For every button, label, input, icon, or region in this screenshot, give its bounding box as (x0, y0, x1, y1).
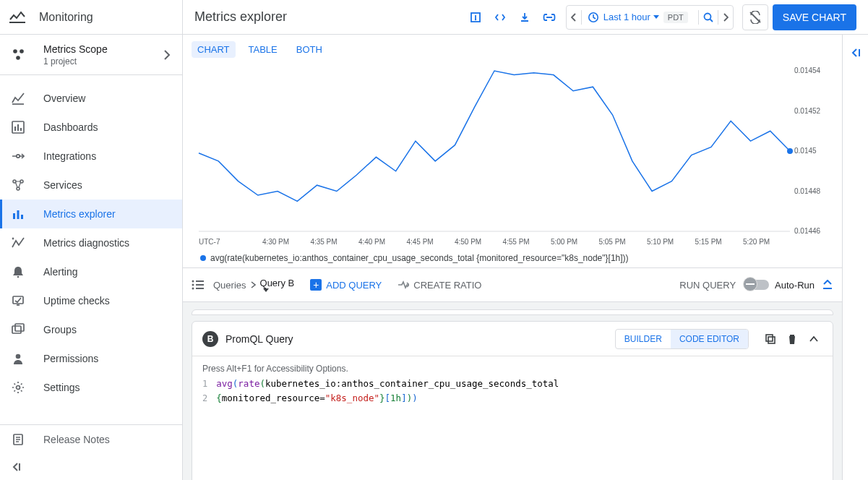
main-nav: Overview Dashboards Integrations Service… (0, 75, 182, 424)
uptime-icon (12, 294, 29, 307)
permissions-icon (12, 352, 29, 365)
time-next-button[interactable] (718, 6, 733, 29)
svg-text:UTC-7: UTC-7 (199, 238, 220, 246)
svg-rect-48 (746, 283, 755, 285)
save-chart-button[interactable]: SAVE CHART (773, 4, 856, 30)
topbar: Metrics explorer Last 1 hour PDT (183, 0, 868, 35)
integrations-icon (12, 150, 29, 163)
dashboards-icon (12, 121, 29, 134)
download-icon[interactable] (515, 7, 535, 27)
link-icon[interactable] (539, 7, 559, 27)
query-badge: B (202, 331, 218, 347)
code-content: avg(rate(kubernetes_io:anthos_container_… (216, 377, 559, 406)
queries-label[interactable]: Queries (213, 280, 246, 291)
svg-point-23 (475, 18, 476, 20)
svg-text:4:55 PM: 4:55 PM (502, 238, 529, 246)
overview-icon (12, 92, 29, 105)
svg-text:5:00 PM: 5:00 PM (551, 238, 577, 246)
nav-alerting[interactable]: Alerting (0, 257, 182, 286)
code-editor[interactable]: Press Alt+F1 for Accessibility Options. … (192, 356, 833, 434)
code-editor-mode-button[interactable]: CODE EDITOR (671, 330, 748, 348)
time-range-selector: Last 1 hour PDT (566, 5, 734, 30)
svg-rect-12 (13, 213, 15, 219)
builder-mode-button[interactable]: BUILDER (616, 330, 671, 348)
legend-dot-icon (200, 255, 206, 261)
svg-rect-50 (768, 337, 775, 343)
current-query-selector[interactable]: Query B (260, 278, 295, 292)
nav-metrics-explorer[interactable]: Metrics explorer (0, 200, 182, 228)
monitoring-logo-icon (9, 9, 26, 26)
svg-point-11 (17, 187, 20, 190)
nav-metrics-diagnostics[interactable]: Metrics diagnostics (0, 228, 182, 257)
svg-point-25 (704, 13, 710, 20)
editor-hint: Press Alt+F1 for Accessibility Options. (202, 364, 822, 374)
svg-rect-14 (21, 215, 23, 219)
tab-both[interactable]: BOTH (291, 41, 328, 58)
pin-icon[interactable] (465, 7, 486, 27)
svg-text:5:15 PM: 5:15 PM (695, 238, 721, 246)
metrics-scope-selector[interactable]: Metrics Scope 1 project (0, 35, 182, 75)
svg-text:4:40 PM: 4:40 PM (358, 238, 385, 246)
release-notes-icon (12, 433, 29, 446)
nav-services[interactable]: Services (0, 171, 182, 200)
svg-point-8 (17, 155, 20, 158)
timezone-badge: PDT (663, 12, 688, 23)
svg-point-47 (192, 288, 194, 290)
collapsed-query-a[interactable] (192, 309, 833, 315)
svg-text:4:50 PM: 4:50 PM (455, 238, 481, 246)
nav-release-notes[interactable]: Release Notes (0, 425, 182, 454)
collapse-card-icon[interactable] (805, 330, 822, 348)
svg-text:0.01452: 0.01452 (794, 107, 821, 115)
chart-legend: avg(rate(kubernetes_io:anthos_container_… (183, 252, 842, 267)
svg-text:0.01448: 0.01448 (794, 187, 821, 195)
nav-overview[interactable]: Overview (0, 84, 182, 113)
nav-groups[interactable]: Groups (0, 315, 182, 344)
chart-area: 0.014540.014520.01450.014480.01446UTC-74… (183, 64, 842, 252)
svg-text:0.0145: 0.0145 (794, 147, 817, 155)
legend-label: avg(rate(kubernetes_io:anthos_container_… (210, 253, 629, 263)
query-title: PromQL Query (225, 333, 293, 345)
svg-point-45 (192, 280, 194, 283)
time-zoom-button[interactable] (699, 6, 718, 29)
svg-text:5:05 PM: 5:05 PM (598, 238, 625, 246)
settings-icon (12, 381, 29, 394)
svg-text:4:45 PM: 4:45 PM (406, 238, 433, 246)
nav-dashboards[interactable]: Dashboards (0, 113, 182, 142)
nav-integrations[interactable]: Integrations (0, 142, 182, 171)
svg-rect-16 (13, 296, 23, 304)
nav-uptime-checks[interactable]: Uptime checks (0, 286, 182, 315)
autorefresh-off-icon[interactable] (742, 4, 768, 30)
tab-table[interactable]: TABLE (243, 41, 283, 58)
svg-point-2 (20, 49, 24, 53)
queries-list-icon[interactable] (192, 280, 205, 290)
metrics-explorer-icon (12, 207, 29, 220)
time-prev-button[interactable] (567, 6, 581, 29)
svg-rect-13 (17, 210, 20, 219)
collapse-sidebar-button[interactable] (0, 454, 182, 480)
svg-point-46 (192, 284, 194, 286)
scope-subtitle: 1 project (43, 56, 163, 67)
svg-text:0.01446: 0.01446 (794, 227, 821, 235)
svg-text:5:10 PM: 5:10 PM (647, 238, 674, 246)
copy-icon[interactable] (762, 330, 779, 348)
expand-right-panel-button[interactable] (842, 35, 868, 480)
time-range-button[interactable]: Last 1 hour PDT (582, 6, 698, 29)
collapse-queries-button[interactable] (822, 280, 833, 290)
page-title: Metrics explorer (194, 9, 287, 25)
editor-mode-switch: BUILDER CODE EDITOR (615, 329, 749, 349)
autorun-toggle[interactable]: Auto-Run (746, 280, 815, 291)
nav-permissions[interactable]: Permissions (0, 344, 182, 373)
create-ratio-button[interactable]: CREATE RATIO (398, 280, 481, 291)
delete-icon[interactable] (783, 330, 801, 348)
alerting-icon (12, 265, 29, 278)
plus-icon: + (310, 279, 322, 291)
add-query-button[interactable]: + ADD QUERY (310, 279, 382, 291)
code-icon[interactable] (490, 7, 510, 27)
run-query-button[interactable]: RUN QUERY (679, 280, 736, 291)
svg-point-19 (16, 354, 21, 359)
tab-chart[interactable]: CHART (192, 41, 236, 58)
groups-icon (12, 323, 29, 336)
line-gutter: 12 (202, 377, 216, 406)
nav-settings[interactable]: Settings (0, 373, 182, 402)
toggle-knob-icon (743, 277, 757, 291)
